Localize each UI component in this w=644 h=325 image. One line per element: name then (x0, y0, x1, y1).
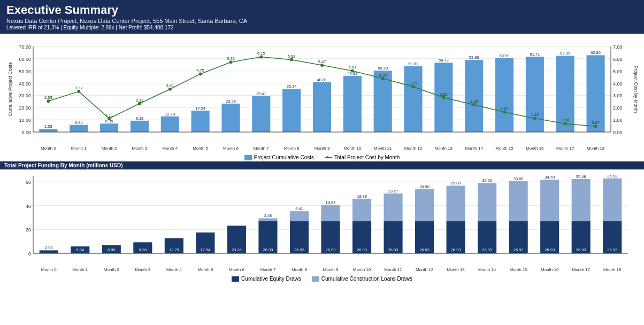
svg-text:23.26: 23.26 (226, 99, 236, 104)
svg-text:Month 8: Month 8 (284, 146, 300, 151)
svg-text:1.11: 1.11 (105, 113, 113, 118)
svg-text:33.66: 33.66 (513, 176, 524, 181)
svg-rect-44 (221, 104, 240, 132)
svg-text:2.53: 2.53 (45, 245, 53, 250)
svg-rect-62 (404, 66, 422, 132)
svg-text:26.93: 26.93 (545, 247, 555, 252)
svg-text:Month 7: Month 7 (254, 146, 269, 151)
svg-text:1.12: 1.12 (531, 112, 539, 117)
svg-rect-209 (603, 179, 622, 221)
svg-text:56.73: 56.73 (439, 58, 449, 63)
svg-text:6.15: 6.15 (257, 51, 265, 56)
svg-text:Month 14: Month 14 (465, 146, 484, 151)
svg-text:5.00: 5.00 (613, 69, 623, 74)
svg-rect-174 (384, 194, 402, 221)
svg-text:40.00: 40.00 (19, 81, 31, 87)
svg-rect-56 (343, 76, 362, 132)
svg-rect-74 (526, 57, 544, 132)
svg-text:Month 5: Month 5 (197, 267, 213, 272)
svg-text:Month 17: Month 17 (556, 146, 574, 151)
svg-rect-68 (465, 60, 483, 132)
subtitle: Nexus Data Center Project, Nexus Data Ce… (6, 18, 638, 24)
svg-text:26.93: 26.93 (357, 247, 367, 252)
svg-rect-164 (321, 205, 340, 221)
legend-line: Total Project Cost by Month (325, 154, 400, 160)
svg-text:32.02: 32.02 (482, 178, 492, 183)
svg-text:3.71: 3.71 (409, 81, 417, 86)
svg-rect-132 (40, 250, 58, 253)
svg-text:26.93: 26.93 (263, 247, 273, 252)
svg-rect-47 (252, 96, 270, 132)
svg-text:0.00: 0.00 (21, 130, 31, 135)
svg-text:4.39: 4.39 (379, 73, 387, 78)
svg-text:5.47: 5.47 (318, 59, 326, 64)
svg-text:26.93: 26.93 (326, 247, 336, 252)
svg-text:Month 2: Month 2 (102, 146, 117, 151)
svg-text:40.81: 40.81 (317, 78, 327, 82)
svg-text:Month 7: Month 7 (260, 267, 275, 272)
svg-text:10.00: 10.00 (19, 118, 31, 123)
bottom-chart-section: 02040602.53Month 05.84Month 16.95Month 2… (0, 169, 644, 282)
svg-text:Month 3: Month 3 (135, 267, 150, 272)
top-chart-container: 0.0010.0020.0030.0040.0050.0060.0070.000… (5, 36, 639, 153)
svg-text:0.68: 0.68 (561, 118, 569, 122)
svg-text:5.84: 5.84 (76, 247, 84, 252)
svg-text:60: 60 (26, 180, 31, 185)
svg-text:53.91: 53.91 (408, 61, 418, 66)
svg-text:34.78: 34.78 (545, 175, 555, 180)
svg-text:Month 8: Month 8 (292, 267, 307, 272)
svg-text:2.23: 2.23 (470, 99, 478, 104)
svg-text:1.63: 1.63 (501, 106, 509, 111)
bottom-chart-container: 02040602.53Month 05.84Month 16.95Month 2… (5, 171, 639, 275)
svg-text:0.47: 0.47 (592, 120, 600, 125)
svg-text:30.00: 30.00 (19, 93, 31, 98)
svg-text:1.00: 1.00 (613, 118, 623, 123)
svg-text:61.71: 61.71 (530, 52, 540, 57)
svg-text:3.32: 3.32 (75, 86, 83, 90)
svg-rect-32 (100, 123, 118, 132)
svg-rect-71 (495, 58, 513, 132)
svg-text:26.93: 26.93 (607, 247, 617, 252)
svg-text:62.39: 62.39 (560, 51, 570, 56)
svg-text:35.34: 35.34 (287, 84, 297, 89)
svg-rect-169 (352, 199, 371, 221)
svg-text:35.46: 35.46 (576, 174, 586, 179)
svg-text:0.00: 0.00 (613, 130, 623, 135)
svg-text:9.28: 9.28 (139, 247, 147, 252)
svg-text:Month 15: Month 15 (495, 146, 513, 151)
svg-text:5.01: 5.01 (349, 65, 357, 69)
svg-rect-50 (282, 89, 301, 132)
svg-text:Month 4: Month 4 (162, 146, 178, 151)
svg-text:58.96: 58.96 (469, 55, 479, 60)
svg-rect-189 (478, 183, 496, 221)
svg-text:Month 12: Month 12 (404, 146, 423, 151)
svg-text:2.00: 2.00 (613, 105, 623, 111)
legend-line-label: Total Project Cost by Month (334, 154, 400, 160)
svg-text:0: 0 (28, 251, 31, 257)
legend-loans-icon (312, 276, 319, 282)
svg-text:12.79: 12.79 (169, 247, 179, 252)
svg-text:2.48: 2.48 (264, 213, 272, 218)
bottom-chart-legend: Cumulative Equity Draws Cumulative Const… (5, 276, 639, 282)
svg-rect-179 (415, 189, 434, 221)
svg-text:2.33: 2.33 (136, 98, 144, 103)
svg-text:50.20: 50.20 (378, 66, 388, 71)
svg-text:Month 6: Month 6 (223, 146, 239, 151)
svg-text:Month 10: Month 10 (343, 146, 362, 151)
header: Executive Summary Nexus Data Center Proj… (0, 0, 644, 34)
svg-text:50.00: 50.00 (19, 69, 31, 74)
legend-equity: Cumulative Equity Draws (232, 276, 301, 282)
legend-loans-label: Cumulative Construction Loans Draws (321, 276, 412, 282)
svg-text:Month 13: Month 13 (435, 146, 453, 151)
svg-text:Month 2: Month 2 (104, 267, 119, 272)
svg-text:2.53: 2.53 (44, 124, 52, 129)
svg-text:23.26: 23.26 (232, 247, 242, 252)
svg-text:Month 18: Month 18 (587, 146, 605, 151)
svg-text:26.93: 26.93 (576, 247, 586, 252)
svg-text:5.72: 5.72 (227, 56, 235, 61)
svg-text:Month 18: Month 18 (603, 267, 622, 272)
svg-text:5.92: 5.92 (288, 54, 296, 59)
svg-text:35.93: 35.93 (607, 174, 617, 179)
svg-text:26.98: 26.98 (419, 184, 430, 189)
svg-rect-38 (161, 117, 179, 132)
